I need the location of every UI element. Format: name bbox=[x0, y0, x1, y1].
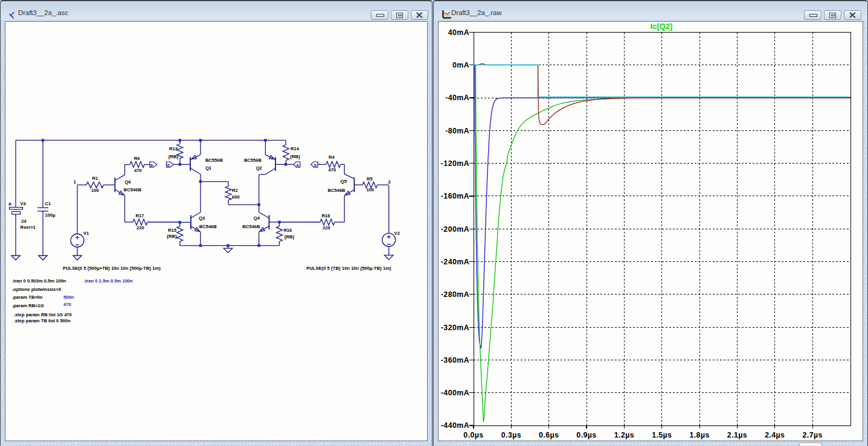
svg-text:Ic[Q2]: Ic[Q2] bbox=[651, 22, 673, 31]
svg-text:R4: R4 bbox=[329, 155, 335, 160]
svg-text:BC546B: BC546B bbox=[242, 224, 260, 229]
svg-text:R15: R15 bbox=[168, 228, 177, 233]
svg-text:b: b bbox=[167, 163, 170, 167]
svg-text:2.7µs: 2.7µs bbox=[803, 431, 823, 439]
svg-text:R6: R6 bbox=[134, 156, 140, 161]
svg-text:0.6µs: 0.6µs bbox=[539, 431, 559, 439]
svg-text:2.4µs: 2.4µs bbox=[765, 431, 785, 439]
svg-text:Q5: Q5 bbox=[341, 179, 347, 184]
svg-text:2.1µs: 2.1µs bbox=[727, 431, 747, 439]
svg-text:Rser=1: Rser=1 bbox=[21, 225, 36, 230]
svg-text:-400mA: -400mA bbox=[441, 389, 469, 397]
svg-text:b: b bbox=[314, 163, 317, 167]
svg-text:1.2µs: 1.2µs bbox=[614, 431, 634, 439]
svg-text:1.5µs: 1.5µs bbox=[652, 431, 672, 439]
svg-text:470: 470 bbox=[63, 302, 71, 307]
svg-text:-280mA: -280mA bbox=[441, 290, 469, 299]
svg-text:BC546B: BC546B bbox=[199, 224, 217, 229]
svg-text:-160mA: -160mA bbox=[441, 192, 469, 200]
svg-text:40mA: 40mA bbox=[448, 28, 469, 37]
svg-text:500n: 500n bbox=[63, 295, 74, 300]
svg-text:220: 220 bbox=[137, 225, 144, 231]
svg-text:.tran 0 0.503m 0.5m 100n: .tran 0 0.503m 0.5m 100n bbox=[12, 278, 66, 284]
svg-text:0.0µs: 0.0µs bbox=[463, 431, 483, 439]
svg-text:.param RB=1G: .param RB=1G bbox=[12, 303, 44, 308]
svg-text:{RB}: {RB} bbox=[290, 154, 300, 159]
svg-text:R14: R14 bbox=[291, 146, 300, 151]
svg-text:1.8µs: 1.8µs bbox=[689, 431, 709, 439]
svg-text:Q1: Q1 bbox=[205, 165, 212, 171]
svg-text:-440mA: -440mA bbox=[441, 421, 469, 430]
svg-text:-40mA: -40mA bbox=[445, 94, 469, 102]
svg-text:a: a bbox=[297, 163, 299, 167]
svg-text:{RB}: {RB} bbox=[167, 234, 177, 239]
svg-text:V2: V2 bbox=[394, 231, 400, 236]
svg-text:PULSE(0 5 {500µ+TB} 10n 10n {5: PULSE(0 5 {500µ+TB} 10n 10n {500µ-TB} 1m… bbox=[63, 266, 161, 271]
svg-text:{RB}: {RB} bbox=[169, 154, 179, 159]
svg-text:{RB}: {RB} bbox=[285, 234, 295, 240]
svg-text:R5: R5 bbox=[367, 176, 373, 182]
svg-text:R18: R18 bbox=[321, 213, 330, 218]
svg-text:R17: R17 bbox=[136, 213, 144, 218]
svg-text:100µ: 100µ bbox=[45, 212, 56, 218]
svg-text:a: a bbox=[150, 163, 153, 167]
svg-text:BC556B: BC556B bbox=[244, 158, 262, 163]
svg-text:220: 220 bbox=[323, 225, 330, 231]
svg-text:Q3: Q3 bbox=[199, 215, 205, 221]
svg-text:R2: R2 bbox=[232, 188, 238, 193]
svg-text:V1: V1 bbox=[83, 231, 89, 236]
svg-text:100: 100 bbox=[367, 187, 375, 193]
svg-text:600: 600 bbox=[232, 194, 240, 200]
svg-text:1: 1 bbox=[74, 179, 77, 185]
svg-text:0.3µs: 0.3µs bbox=[501, 431, 521, 439]
svg-text:-120mA: -120mA bbox=[441, 159, 469, 168]
svg-text:2: 2 bbox=[388, 179, 391, 185]
svg-text:V3: V3 bbox=[21, 201, 26, 206]
svg-text:-360mA: -360mA bbox=[441, 356, 469, 365]
svg-text:470: 470 bbox=[329, 167, 336, 173]
svg-text:100: 100 bbox=[91, 188, 99, 193]
svg-text:BC546B: BC546B bbox=[327, 188, 346, 193]
svg-text:Q2: Q2 bbox=[256, 165, 262, 171]
svg-text:.step param RB list 1G 470: .step param RB list 1G 470 bbox=[14, 312, 72, 317]
svg-text:.options plotwinsize=0: .options plotwinsize=0 bbox=[12, 287, 61, 292]
svg-text:0mA: 0mA bbox=[452, 61, 469, 69]
svg-text:-320mA: -320mA bbox=[441, 323, 469, 332]
svg-text:.tran 0 2.5m 0.5m 100n: .tran 0 2.5m 0.5m 100n bbox=[84, 278, 133, 284]
svg-text:0.9µs: 0.9µs bbox=[576, 431, 596, 439]
svg-text:-80mA: -80mA bbox=[445, 127, 469, 135]
svg-text:Q6: Q6 bbox=[125, 179, 131, 185]
svg-text:C1: C1 bbox=[45, 201, 51, 206]
svg-text:R13: R13 bbox=[169, 146, 178, 151]
svg-text:Q4: Q4 bbox=[254, 215, 260, 221]
svg-text:24: 24 bbox=[21, 218, 27, 224]
svg-text:-200mA: -200mA bbox=[441, 225, 469, 234]
svg-text:BC546B: BC546B bbox=[124, 187, 142, 193]
svg-text:.step param TB list 0 500n: .step param TB list 0 500n bbox=[14, 318, 71, 323]
svg-text:BC556B: BC556B bbox=[205, 158, 223, 163]
svg-text:.param TB=0n: .param TB=0n bbox=[12, 295, 43, 300]
svg-text:R1: R1 bbox=[92, 176, 98, 181]
svg-text:R16: R16 bbox=[283, 228, 292, 233]
svg-text:470: 470 bbox=[134, 168, 142, 173]
svg-text:-240mA: -240mA bbox=[441, 258, 469, 266]
svg-text:PULSE(0 5 {TB} 10n 10n {500µ-T: PULSE(0 5 {TB} 10n 10n {500µ-TB} 1m) bbox=[306, 266, 391, 271]
